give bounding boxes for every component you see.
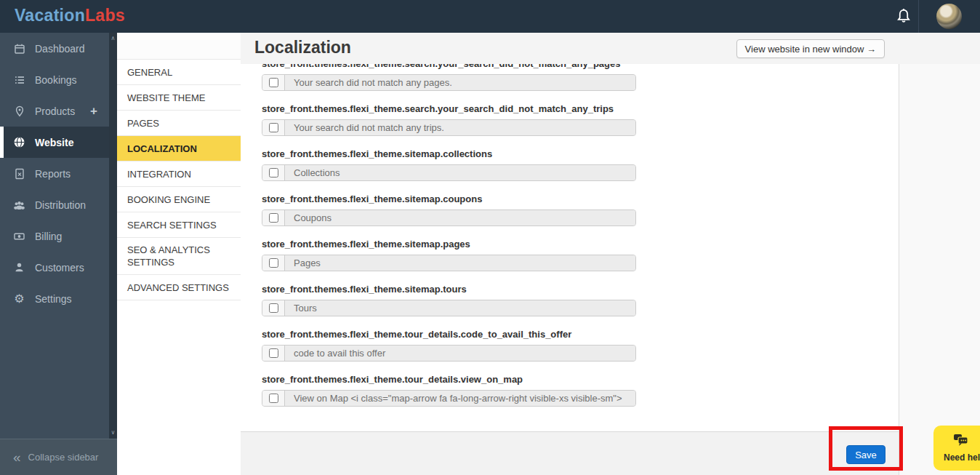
scroll-down-icon[interactable]: ∨ bbox=[109, 429, 117, 436]
collapse-sidebar-button[interactable]: « Collapse sidebar bbox=[0, 439, 117, 475]
submenu-spacer bbox=[117, 33, 241, 60]
sidebar-item-bookings[interactable]: Bookings bbox=[0, 64, 109, 95]
double-chevron-left-icon: « bbox=[13, 450, 21, 464]
submenu-item-pages[interactable]: PAGES bbox=[117, 111, 241, 136]
field-row: store_front.themes.flexi_theme.tour_deta… bbox=[262, 374, 899, 407]
sidebar-item-label: Dashboard bbox=[35, 43, 85, 55]
user-avatar[interactable] bbox=[936, 4, 962, 29]
calendar-icon bbox=[13, 42, 25, 55]
need-help-button[interactable]: Need help? bbox=[933, 426, 980, 471]
sidebar-item-distribution[interactable]: Distribution bbox=[0, 189, 109, 220]
field-text-input[interactable] bbox=[285, 255, 635, 271]
top-bar: VacationLabs bbox=[0, 0, 980, 33]
field-text-input[interactable] bbox=[285, 120, 635, 135]
checkbox-addon bbox=[262, 391, 285, 406]
checkbox-addon bbox=[262, 120, 285, 135]
field-row: store_front.themes.flexi_theme.search.yo… bbox=[262, 64, 899, 91]
field-input-group bbox=[262, 209, 636, 226]
page-title: Localization bbox=[254, 38, 351, 57]
field-text-input[interactable] bbox=[285, 165, 635, 180]
field-key-label: store_front.themes.flexi_theme.tour_deta… bbox=[262, 329, 899, 340]
logo-part-vacation: Vacation bbox=[15, 6, 85, 25]
sidebar-item-customers[interactable]: Customers bbox=[0, 252, 109, 283]
submenu-item-search-settings[interactable]: SEARCH SETTINGS bbox=[117, 212, 241, 238]
field-text-input[interactable] bbox=[285, 210, 635, 225]
field-row: store_front.themes.flexi_theme.sitemap.p… bbox=[262, 239, 899, 271]
checkbox-addon bbox=[262, 165, 285, 180]
field-row: store_front.themes.flexi_theme.sitemap.c… bbox=[262, 148, 899, 181]
field-text-input[interactable] bbox=[285, 391, 635, 406]
field-checkbox[interactable] bbox=[269, 348, 278, 358]
logo-part-labs: Labs bbox=[85, 6, 125, 25]
plus-icon[interactable]: + bbox=[90, 104, 97, 119]
submenu-item-general[interactable]: GENERAL bbox=[117, 60, 241, 85]
sidebar-item-label: Reports bbox=[35, 168, 71, 180]
chat-bubbles-icon bbox=[952, 434, 970, 450]
sidebar-item-label: Settings bbox=[35, 293, 72, 305]
checkbox-addon bbox=[262, 300, 285, 316]
users-icon bbox=[13, 199, 25, 211]
right-rail bbox=[899, 64, 980, 475]
field-text-input[interactable] bbox=[285, 300, 635, 316]
field-checkbox[interactable] bbox=[269, 78, 278, 87]
submenu-item-localization[interactable]: LOCALIZATION bbox=[117, 136, 241, 161]
checkbox-addon bbox=[262, 255, 285, 271]
field-text-input[interactable] bbox=[285, 346, 635, 361]
globe-icon bbox=[13, 136, 25, 148]
field-checkbox[interactable] bbox=[269, 258, 278, 268]
form-footer bbox=[241, 431, 899, 475]
field-checkbox[interactable] bbox=[269, 213, 278, 223]
submenu-item-seo-analytics-settings[interactable]: SEO & ANALYTICS SETTINGS bbox=[117, 238, 241, 275]
list-icon bbox=[13, 73, 25, 86]
sidebar-item-settings[interactable]: ⚙ Settings bbox=[0, 283, 109, 314]
submenu-item-booking-engine[interactable]: BOOKING ENGINE bbox=[117, 187, 241, 212]
checkbox-addon bbox=[262, 210, 285, 225]
field-key-label: store_front.themes.flexi_theme.search.yo… bbox=[262, 103, 899, 114]
scroll-up-icon[interactable]: ∧ bbox=[109, 35, 117, 42]
field-key-label: store_front.themes.flexi_theme.tour_deta… bbox=[262, 374, 899, 385]
topbar-divider bbox=[918, 0, 919, 33]
website-submenu: GENERAL WEBSITE THEME PAGES LOCALIZATION… bbox=[117, 33, 241, 475]
view-website-button[interactable]: View website in new window → bbox=[736, 39, 885, 58]
field-input-group bbox=[262, 300, 636, 316]
field-checkbox[interactable] bbox=[269, 123, 278, 132]
main-sidebar: Dashboard Bookings Products + Website bbox=[0, 33, 109, 475]
field-checkbox[interactable] bbox=[269, 394, 278, 403]
field-row: store_front.themes.flexi_theme.tour_deta… bbox=[262, 329, 899, 362]
save-button[interactable]: Save bbox=[846, 445, 885, 464]
app-window: VacationLabs Dashboard Bookings bbox=[0, 0, 980, 475]
field-row: store_front.themes.flexi_theme.sitemap.c… bbox=[262, 193, 899, 226]
field-text-input[interactable] bbox=[285, 75, 635, 90]
field-row: store_front.themes.flexi_theme.sitemap.t… bbox=[262, 284, 899, 316]
checkbox-addon bbox=[262, 75, 285, 90]
sidebar-item-billing[interactable]: Billing bbox=[0, 220, 109, 252]
field-checkbox[interactable] bbox=[269, 168, 278, 177]
field-input-group bbox=[262, 345, 636, 362]
field-checkbox[interactable] bbox=[269, 303, 278, 313]
notifications-bell-icon[interactable] bbox=[894, 7, 913, 26]
field-input-group bbox=[262, 119, 636, 136]
file-report-icon bbox=[13, 167, 25, 180]
submenu-item-advanced-settings[interactable]: ADVANCED SETTINGS bbox=[117, 275, 241, 300]
submenu-scrollbar[interactable]: ∧ ∨ bbox=[109, 33, 117, 439]
field-key-label: store_front.themes.flexi_theme.search.yo… bbox=[262, 64, 899, 69]
field-key-label: store_front.themes.flexi_theme.sitemap.c… bbox=[262, 148, 899, 159]
submenu-item-website-theme[interactable]: WEBSITE THEME bbox=[117, 85, 241, 111]
submenu-item-integration[interactable]: INTEGRATION bbox=[117, 161, 241, 187]
sidebar-item-label: Website bbox=[35, 137, 73, 148]
field-input-group bbox=[262, 255, 636, 271]
sidebar-item-reports[interactable]: Reports bbox=[0, 158, 109, 189]
sidebar-item-website[interactable]: Website bbox=[0, 127, 109, 158]
page-header: Localization View website in new window … bbox=[241, 33, 980, 64]
sidebar-item-products[interactable]: Products + bbox=[0, 95, 109, 127]
localization-form: store_front.themes.flexi_theme.search.yo… bbox=[241, 64, 899, 431]
field-input-group bbox=[262, 74, 636, 91]
field-key-label: store_front.themes.flexi_theme.sitemap.t… bbox=[262, 284, 899, 295]
map-pin-icon bbox=[13, 105, 25, 117]
field-key-label: store_front.themes.flexi_theme.sitemap.c… bbox=[262, 193, 899, 204]
checkbox-addon bbox=[262, 346, 285, 361]
sidebar-item-dashboard[interactable]: Dashboard bbox=[0, 33, 109, 64]
field-input-group bbox=[262, 390, 636, 407]
sidebar-item-label: Bookings bbox=[35, 74, 77, 86]
sidebar-item-label: Products bbox=[35, 105, 75, 117]
